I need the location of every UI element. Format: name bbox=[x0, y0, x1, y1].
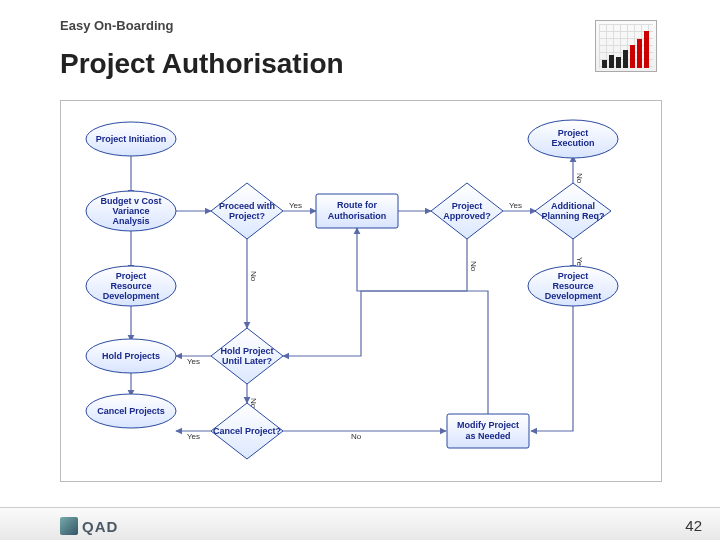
node-resource-dev-left: Project Resource Development bbox=[86, 266, 176, 306]
header-subtitle: Easy On-Boarding bbox=[60, 18, 173, 33]
node-cancel-decision: Cancel Project? bbox=[211, 403, 283, 459]
node-budget-variance: Budget v Cost Variance Analysis bbox=[86, 191, 176, 231]
svg-text:Project: Project bbox=[558, 128, 589, 138]
svg-text:No: No bbox=[575, 173, 584, 184]
svg-text:as Needed: as Needed bbox=[465, 431, 510, 441]
svg-text:Development: Development bbox=[103, 291, 160, 301]
node-project-execution: Project Execution bbox=[528, 120, 618, 158]
node-hold-decision: Hold Project Until Later? bbox=[211, 328, 283, 384]
svg-text:Development: Development bbox=[545, 291, 602, 301]
svg-text:Proceed with: Proceed with bbox=[219, 201, 275, 211]
svg-text:No: No bbox=[469, 261, 478, 272]
svg-text:Hold Project: Hold Project bbox=[220, 346, 273, 356]
svg-text:Authorisation: Authorisation bbox=[328, 211, 387, 221]
flowchart: Yes Yes No Yes No No Yes No Yes No Proje… bbox=[60, 100, 662, 482]
header-title: Project Authorisation bbox=[60, 48, 344, 80]
node-project-initiation: Project Initiation bbox=[86, 122, 176, 156]
svg-text:Route for: Route for bbox=[337, 200, 377, 210]
svg-text:Project: Project bbox=[558, 271, 589, 281]
svg-text:Yes: Yes bbox=[509, 201, 522, 210]
growth-chart-icon bbox=[595, 20, 657, 72]
svg-text:Project Initiation: Project Initiation bbox=[96, 134, 167, 144]
svg-text:Cancel Project?: Cancel Project? bbox=[213, 426, 281, 436]
svg-text:No: No bbox=[249, 271, 258, 282]
svg-text:Budget v Cost: Budget v Cost bbox=[100, 196, 161, 206]
svg-text:Yes: Yes bbox=[187, 357, 200, 366]
logo-cube-icon bbox=[60, 517, 78, 535]
node-cancel-projects: Cancel Projects bbox=[86, 394, 176, 428]
svg-text:Resource: Resource bbox=[110, 281, 151, 291]
qad-logo: QAD bbox=[60, 517, 118, 535]
svg-text:Until Later?: Until Later? bbox=[222, 356, 272, 366]
node-route-auth: Route for Authorisation bbox=[316, 194, 398, 228]
node-addplan-decision: Additional Planning Req? bbox=[535, 183, 611, 239]
logo-text: QAD bbox=[82, 518, 118, 535]
svg-text:Hold Projects: Hold Projects bbox=[102, 351, 160, 361]
node-modify-project: Modify Project as Needed bbox=[447, 414, 529, 448]
svg-text:Variance: Variance bbox=[112, 206, 149, 216]
node-proceed-decision: Proceed with Project? bbox=[211, 183, 283, 239]
node-resource-dev-right: Project Resource Development bbox=[528, 266, 618, 306]
svg-text:Yes: Yes bbox=[187, 432, 200, 441]
node-hold-projects: Hold Projects bbox=[86, 339, 176, 373]
svg-text:Planning Req?: Planning Req? bbox=[542, 211, 605, 221]
node-approved-decision: Project Approved? bbox=[431, 183, 503, 239]
svg-text:No: No bbox=[351, 432, 362, 441]
svg-text:Project: Project bbox=[116, 271, 147, 281]
svg-text:Execution: Execution bbox=[551, 138, 594, 148]
page-number: 42 bbox=[685, 517, 702, 534]
slide: Easy On-Boarding Project Authorisation bbox=[0, 0, 720, 540]
svg-text:Analysis: Analysis bbox=[112, 216, 149, 226]
svg-text:Additional: Additional bbox=[551, 201, 595, 211]
svg-text:Project: Project bbox=[452, 201, 483, 211]
svg-text:Yes: Yes bbox=[289, 201, 302, 210]
svg-text:Modify Project: Modify Project bbox=[457, 420, 519, 430]
svg-text:Resource: Resource bbox=[552, 281, 593, 291]
svg-text:Project?: Project? bbox=[229, 211, 265, 221]
svg-text:Approved?: Approved? bbox=[443, 211, 491, 221]
svg-text:Cancel Projects: Cancel Projects bbox=[97, 406, 165, 416]
